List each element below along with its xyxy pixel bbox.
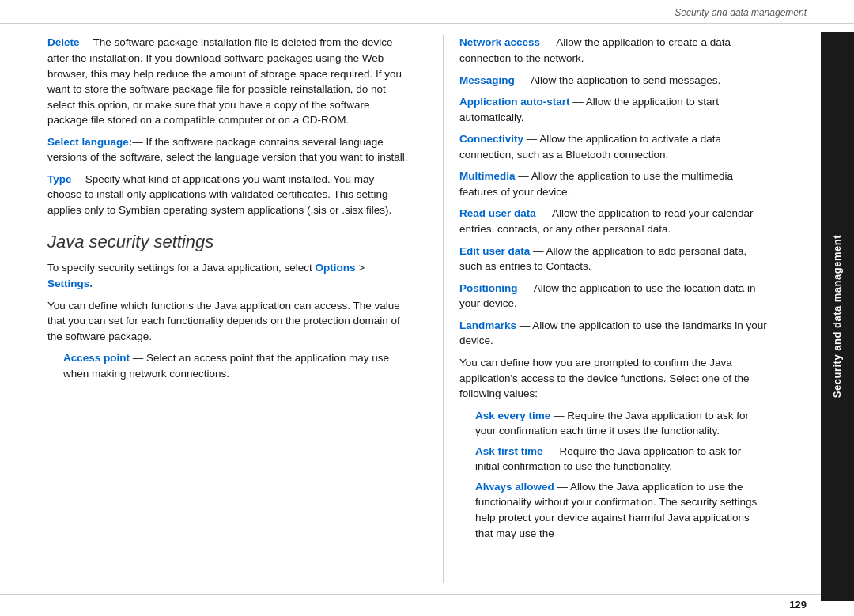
ask-first-time-label: Ask first time xyxy=(475,445,543,457)
type-block: Type— Specify what kind of applications … xyxy=(47,172,411,218)
landmarks-block: Landmarks — Allow the application to use… xyxy=(459,318,767,349)
ask-every-time-label: Ask every time xyxy=(475,410,550,421)
multimedia-label: Multimedia xyxy=(459,170,516,182)
positioning-label: Positioning xyxy=(459,282,518,294)
body1-block: You can define which functions the Java … xyxy=(47,298,411,345)
ask-every-time-block: Ask every time — Require the Java applic… xyxy=(475,408,767,439)
left-column: Delete— The software package installatio… xyxy=(47,35,435,583)
connectivity-block: Connectivity — Allow the application to … xyxy=(459,131,767,162)
intro-text: To specify security settings for a Java … xyxy=(47,262,312,274)
confirm-text: You can define how you are prompted to c… xyxy=(459,357,750,399)
delete-label: Delete xyxy=(47,36,80,48)
access-point-label: Access point xyxy=(63,352,130,364)
ask-first-time-block: Ask first time — Require the Java applic… xyxy=(475,444,767,474)
app-autostart-label: Application auto-start xyxy=(459,96,570,108)
network-access-label: Network access xyxy=(459,36,540,48)
arrow: > xyxy=(358,262,365,274)
sidebar-label: Security and data management xyxy=(821,32,854,601)
delete-block: Delete— The software package installatio… xyxy=(47,35,411,127)
select-language-block: Select language:— If the software packag… xyxy=(47,134,411,165)
type-text: — Specify what kind of applications you … xyxy=(47,173,391,216)
connectivity-label: Connectivity xyxy=(459,133,523,145)
edit-user-data-block: Edit user data — Allow the application t… xyxy=(459,244,767,274)
header-title: Security and data management xyxy=(675,6,807,20)
page-footer: 129 xyxy=(0,594,854,616)
read-user-data-block: Read user data — Allow the application t… xyxy=(459,206,767,236)
java-section-heading: Java security settings xyxy=(47,229,411,255)
access-point-block: Access point — Select an access point th… xyxy=(63,350,411,381)
multimedia-block: Multimedia — Allow the application to us… xyxy=(459,168,767,199)
network-access-block: Network access — Allow the application t… xyxy=(459,35,767,66)
sidebar-label-text: Security and data management xyxy=(830,235,845,398)
main-content: Delete— The software package installatio… xyxy=(0,24,854,594)
page-header: Security and data management xyxy=(0,0,854,24)
read-user-data-label: Read user data xyxy=(459,207,536,219)
positioning-block: Positioning — Allow the application to u… xyxy=(459,281,767,312)
confirm-text-block: You can define how you are prompted to c… xyxy=(459,355,767,402)
landmarks-label: Landmarks xyxy=(459,319,516,331)
edit-user-data-label: Edit user data xyxy=(459,245,530,257)
type-label: Type xyxy=(47,173,72,185)
messaging-text: — Allow the application to send messages… xyxy=(518,74,721,86)
column-divider xyxy=(443,35,444,583)
delete-text: — The software package installation file… xyxy=(47,36,402,126)
page-number: 129 xyxy=(789,598,807,613)
messaging-label: Messaging xyxy=(459,74,515,86)
right-column: Network access — Allow the application t… xyxy=(452,35,807,583)
app-autostart-block: Application auto-start — Allow the appli… xyxy=(459,94,767,125)
messaging-block: Messaging — Allow the application to sen… xyxy=(459,73,767,89)
settings-label: Settings. xyxy=(47,278,93,289)
always-allowed-block: Always allowed — Allow the Java applicat… xyxy=(475,479,767,541)
page-container: Security and data management Security an… xyxy=(0,0,854,616)
intro-block: To specify security settings for a Java … xyxy=(47,260,411,291)
options-label: Options xyxy=(315,262,355,274)
select-language-label: Select language: xyxy=(47,136,132,148)
body1-text: You can define which functions the Java … xyxy=(47,300,400,342)
always-allowed-label: Always allowed xyxy=(475,481,554,493)
